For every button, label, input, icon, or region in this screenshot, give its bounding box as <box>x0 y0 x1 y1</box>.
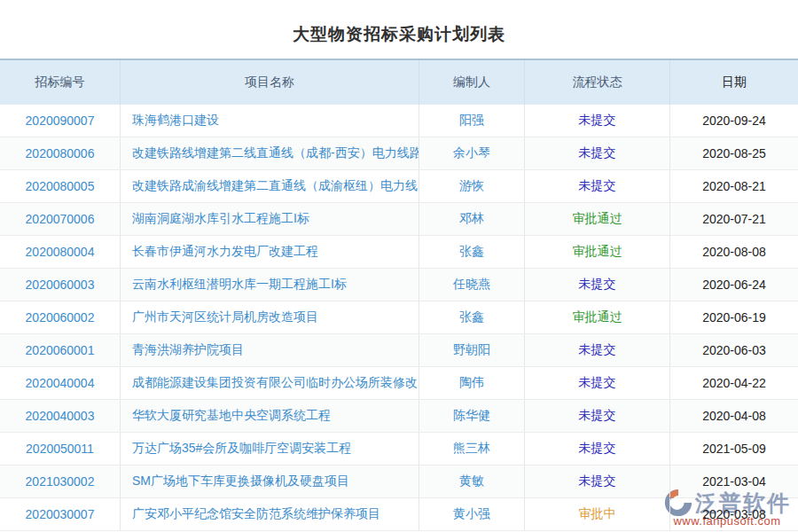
cell-project-name[interactable]: 广州市天河区统计局机房改造项目 <box>121 301 419 333</box>
cell-author: 张鑫 <box>419 236 525 268</box>
cell-status: 未提交 <box>525 400 670 432</box>
procurement-table: 招标编号 项目名称 编制人 流程状态 日期 2020090007 珠海鹤港口建设… <box>0 59 798 531</box>
cell-status: 未提交 <box>525 137 670 169</box>
cell-project-name[interactable]: 云南水利枢纽潜明水库一期工程施工I标 <box>121 269 419 301</box>
cell-author: 阳强 <box>419 105 525 137</box>
table-row[interactable]: 2020040003 华软大厦研究基地中央空调系统工程 陈华健 未提交 2020… <box>0 400 798 433</box>
cell-status: 未提交 <box>525 334 670 366</box>
cell-status: 审批中 <box>525 498 670 530</box>
cell-bid-number[interactable]: 2021030002 <box>0 466 121 497</box>
table-row[interactable]: 2020080004 长春市伊通河水力发电厂改建工程 张鑫 审批通过 2020-… <box>0 236 798 269</box>
cell-status: 审批通过 <box>525 236 670 268</box>
cell-date: 2020-04-08 <box>670 400 798 432</box>
cell-status: 审批通过 <box>525 301 670 333</box>
cell-bid-number[interactable]: 2020040003 <box>0 400 121 432</box>
cell-date: 2020-08-25 <box>670 137 798 169</box>
table-body: 2020090007 珠海鹤港口建设 阳强 未提交 2020-09-24 202… <box>0 105 798 531</box>
table-row[interactable]: 2020080005 改建铁路成渝线增建第二直通线（成渝枢纽）电力线... 游恢… <box>0 170 798 203</box>
cell-bid-number[interactable]: 2020080004 <box>0 236 121 268</box>
cell-bid-number[interactable]: 2020060002 <box>0 301 121 333</box>
cell-project-name[interactable]: 青海洪湖养护院项目 <box>121 334 419 366</box>
cell-status: 未提交 <box>525 170 670 202</box>
cell-bid-number[interactable]: 2020060003 <box>0 269 121 301</box>
cell-project-name[interactable]: 湖南洞庭湖水库引水工程施工I标 <box>121 203 419 235</box>
table-row[interactable]: 2020090007 珠海鹤港口建设 阳强 未提交 2020-09-24 <box>0 105 798 137</box>
cell-date: 2020-06-03 <box>670 334 798 366</box>
cell-project-name[interactable]: 万达广场35#会所及咖啡厅空调安装工程 <box>121 433 419 465</box>
table-row[interactable]: 2020040004 成都能源建设集团投资有限公司临时办公场所装修改... 陶伟… <box>0 367 798 400</box>
cell-project-name[interactable]: 改建铁路成渝线增建第二直通线（成渝枢纽）电力线... <box>121 170 419 202</box>
cell-project-name[interactable]: SM广场地下车库更换摄像机及硬盘项目 <box>121 466 419 497</box>
cell-author: 邓林 <box>419 203 525 235</box>
column-header-author: 编制人 <box>419 60 525 105</box>
cell-project-name[interactable]: 改建铁路线增建第二线直通线（成都-西安）电力线路... <box>121 137 419 169</box>
cell-status: 未提交 <box>525 466 670 497</box>
cell-bid-number[interactable]: 2020080006 <box>0 137 121 169</box>
column-header-project-name: 项目名称 <box>121 60 419 105</box>
column-header-date: 日期 <box>670 60 798 105</box>
cell-author: 游恢 <box>419 170 525 202</box>
cell-date: 2020-08-21 <box>670 170 798 202</box>
column-header-bid-number: 招标编号 <box>0 60 121 105</box>
table-row[interactable]: 2020050011 万达广场35#会所及咖啡厅空调安装工程 熊三林 未提交 2… <box>0 433 798 466</box>
cell-author: 陶伟 <box>419 367 525 399</box>
cell-project-name[interactable]: 长春市伊通河水力发电厂改建工程 <box>121 236 419 268</box>
cell-date: 2020-03-08 <box>670 498 798 530</box>
cell-date: 2020-06-24 <box>670 269 798 301</box>
table-row[interactable]: 2021030002 SM广场地下车库更换摄像机及硬盘项目 黄敏 未提交 202… <box>0 466 798 498</box>
cell-project-name[interactable]: 广安邓小平纪念馆安全防范系统维护保养项目 <box>121 498 419 530</box>
cell-status: 未提交 <box>525 433 670 465</box>
table-row[interactable]: 2020070006 湖南洞庭湖水库引水工程施工I标 邓林 审批通过 2020-… <box>0 203 798 236</box>
cell-date: 2020-09-24 <box>670 105 798 137</box>
cell-author: 熊三林 <box>419 433 525 465</box>
cell-date: 2021-05-09 <box>670 433 798 465</box>
cell-date: 2021-03-04 <box>670 466 798 497</box>
procurement-plan-page: 大型物资招标采购计划列表 招标编号 项目名称 编制人 流程状态 日期 20200… <box>0 0 798 532</box>
cell-date: 2020-07-21 <box>670 203 798 235</box>
cell-project-name[interactable]: 珠海鹤港口建设 <box>121 105 419 137</box>
cell-author: 黄敏 <box>419 466 525 497</box>
page-title: 大型物资招标采购计划列表 <box>0 0 798 59</box>
cell-bid-number[interactable]: 2020060001 <box>0 334 121 366</box>
cell-bid-number[interactable]: 2020070006 <box>0 203 121 235</box>
cell-date: 2020-08-08 <box>670 236 798 268</box>
cell-author: 张鑫 <box>419 301 525 333</box>
table-row[interactable]: 2020080006 改建铁路线增建第二线直通线（成都-西安）电力线路... 余… <box>0 137 798 170</box>
cell-bid-number[interactable]: 2020050011 <box>0 433 121 465</box>
cell-status: 审批通过 <box>525 203 670 235</box>
cell-date: 2020-04-22 <box>670 367 798 399</box>
cell-project-name[interactable]: 成都能源建设集团投资有限公司临时办公场所装修改... <box>121 367 419 399</box>
table-row[interactable]: 2020060003 云南水利枢纽潜明水库一期工程施工I标 任晓燕 未提交 20… <box>0 269 798 301</box>
cell-author: 陈华健 <box>419 400 525 432</box>
cell-project-name[interactable]: 华软大厦研究基地中央空调系统工程 <box>121 400 419 432</box>
table-row[interactable]: 2020060001 青海洪湖养护院项目 野朝阳 未提交 2020-06-03 <box>0 334 798 367</box>
cell-author: 任晓燕 <box>419 269 525 301</box>
cell-author: 黄小强 <box>419 498 525 530</box>
cell-status: 未提交 <box>525 367 670 399</box>
cell-bid-number[interactable]: 2020040004 <box>0 367 121 399</box>
cell-status: 未提交 <box>525 269 670 301</box>
cell-bid-number[interactable]: 2020080005 <box>0 170 121 202</box>
cell-date: 2020-06-19 <box>670 301 798 333</box>
table-row[interactable]: 2020030007 广安邓小平纪念馆安全防范系统维护保养项目 黄小强 审批中 … <box>0 498 798 531</box>
cell-bid-number[interactable]: 2020090007 <box>0 105 121 137</box>
table-header-row: 招标编号 项目名称 编制人 流程状态 日期 <box>0 59 798 105</box>
cell-bid-number[interactable]: 2020030007 <box>0 498 121 530</box>
table-row[interactable]: 2020060002 广州市天河区统计局机房改造项目 张鑫 审批通过 2020-… <box>0 301 798 334</box>
cell-author: 野朝阳 <box>419 334 525 366</box>
cell-author: 余小琴 <box>419 137 525 169</box>
column-header-status: 流程状态 <box>525 60 670 105</box>
cell-status: 未提交 <box>525 105 670 137</box>
